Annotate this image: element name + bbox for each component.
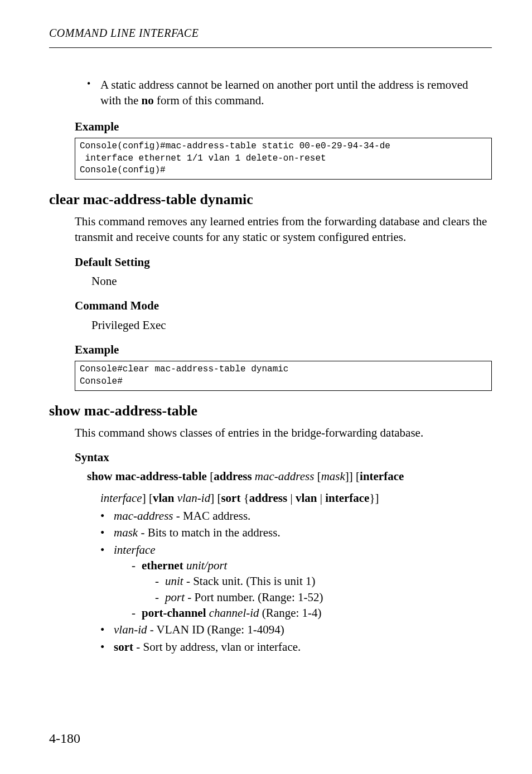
param-desc: - Port number. (Range: 1-52) <box>185 591 323 604</box>
param-desc: - Sort by address, vlan or interface. <box>133 640 301 654</box>
example-heading: Example <box>75 119 492 134</box>
text: form of this command. <box>154 94 264 107</box>
param-name: sort <box>114 640 133 654</box>
param-list: mac-address - MAC address. mask - Bits t… <box>100 508 492 655</box>
keyword-no: no <box>142 94 154 107</box>
param-name: unit <box>165 574 183 588</box>
kw-address: address <box>214 470 252 483</box>
section-title-clear: clear mac-address-table dynamic <box>49 190 492 209</box>
kw-interface: interface <box>360 470 404 483</box>
txt: ] [ <box>142 491 153 505</box>
txt: ] [ <box>210 491 221 505</box>
param-desc: - Stack unit. (This is unit 1) <box>183 574 316 588</box>
syntax-line1: show mac-address-table [address mac-addr… <box>87 468 492 484</box>
txt: [ <box>314 470 321 483</box>
param-port-channel: port-channel channel-id (Range: 1-4) <box>132 605 492 621</box>
param-interface: interface ethernet unit/port unit - Stac… <box>100 542 492 621</box>
top-bullet: • A static address cannot be learned on … <box>87 77 492 109</box>
arg-vlan: vlan-id <box>177 491 210 505</box>
kw-vlan2: vlan <box>296 491 317 505</box>
cmd: show mac-address-table <box>87 470 207 483</box>
section-title-show: show mac-address-table <box>49 401 492 420</box>
param-name: port <box>165 591 185 604</box>
param-name: vlan-id <box>114 623 147 636</box>
syntax-heading: Syntax <box>75 449 492 465</box>
txt: | <box>287 491 296 505</box>
bullet-dot: • <box>87 77 100 109</box>
txt: [ <box>207 470 214 483</box>
param-sort: sort - Sort by address, vlan or interfac… <box>100 639 492 655</box>
param-ethernet: ethernet unit/port unit - Stack unit. (T… <box>132 558 492 605</box>
param-name: mask <box>114 526 138 539</box>
param-port: port - Port number. (Range: 1-52) <box>155 589 492 605</box>
syntax-line2: interface] [vlan vlan-id] [sort {address… <box>100 490 492 506</box>
section-para: This command shows classes of entries in… <box>75 425 492 441</box>
kw-interface2: interface <box>325 491 369 505</box>
command-mode-value: Privileged Exec <box>91 317 492 333</box>
section-para: This command removes any learned entries… <box>75 214 492 245</box>
txt: }] <box>369 491 379 505</box>
ethernet-sublist: unit - Stack unit. (This is unit 1) port… <box>155 573 492 605</box>
code-block: Console#clear mac-address-table dynamic … <box>75 361 492 390</box>
param-unit: unit - Stack unit. (This is unit 1) <box>155 573 492 589</box>
txt: { <box>240 491 249 505</box>
arg-port: port <box>207 559 227 572</box>
txt: ]] [ <box>345 470 360 483</box>
param-desc: (Range: 1-4) <box>259 606 322 620</box>
default-setting-heading: Default Setting <box>75 254 492 270</box>
param-desc: - VLAN ID (Range: 1-4094) <box>147 623 284 636</box>
kw-ethernet: ethernet <box>142 559 183 572</box>
param-desc: - MAC address. <box>173 509 251 523</box>
interface-sublist: ethernet unit/port unit - Stack unit. (T… <box>132 558 492 621</box>
arg-mac: mac-address <box>255 470 315 483</box>
kw-port-channel: port-channel <box>142 606 206 620</box>
param-mask: mask - Bits to match in the address. <box>100 525 492 540</box>
kw-sort: sort <box>221 491 240 505</box>
arg-interface: interface <box>100 491 142 505</box>
code-block: Console(config)#mac-address-table static… <box>75 138 492 180</box>
param-name: mac-address <box>114 509 173 523</box>
kw-vlan: vlan <box>153 491 175 505</box>
txt: | <box>317 491 325 505</box>
param-desc: - Bits to match in the address. <box>138 526 280 539</box>
param-mac-address: mac-address - MAC address. <box>100 508 492 524</box>
arg-channel-id: channel-id <box>209 606 259 620</box>
command-mode-heading: Command Mode <box>75 298 492 313</box>
kw-address2: address <box>249 491 287 505</box>
running-header: COMMAND LINE INTERFACE <box>49 26 492 41</box>
default-setting-value: None <box>91 273 492 289</box>
arg-mask: mask <box>321 470 345 483</box>
param-name: interface <box>114 543 156 557</box>
param-vlan-id: vlan-id - VLAN ID (Range: 1-4094) <box>100 622 492 637</box>
arg-unit: unit <box>186 559 205 572</box>
bullet-content: A static address cannot be learned on an… <box>100 77 492 109</box>
example-heading: Example <box>75 342 492 357</box>
page-number: 4-180 <box>49 729 80 747</box>
header-rule <box>49 47 492 48</box>
